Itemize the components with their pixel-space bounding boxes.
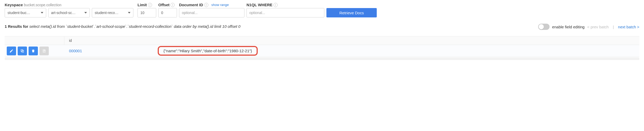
keyspace-sublabel: bucket.scope.collection (24, 3, 61, 7)
keyspace-label: Keyspace (5, 3, 23, 7)
results-table: id 000001 {"name":"Hilary Smith","date-o… (5, 36, 639, 57)
results-controls: enable field editing < prev batch | next… (538, 24, 639, 30)
n1ql-label: N1QL WHERE (246, 3, 272, 7)
retrieve-docs-button[interactable]: Retrieve Docs (326, 8, 377, 17)
limit-group: Limit i (138, 3, 156, 17)
offset-input[interactable] (158, 8, 177, 17)
caret-down-icon (41, 12, 43, 14)
actions-header (5, 36, 64, 45)
scope-select-value: art-school-sc… (51, 11, 83, 15)
results-summary: 1 Results for select meta().id from `stu… (5, 24, 241, 30)
doc-content-cell: {"name":"Hilary Smith","date-of-birth":"… (158, 45, 639, 57)
table-header: id (5, 36, 639, 45)
docid-group: Document ID i show range (179, 3, 244, 17)
scope-select[interactable]: art-school-sc… (48, 8, 90, 17)
save-icon (42, 49, 46, 53)
results-count: 1 Results for (5, 24, 29, 29)
results-bar: 1 Results for select meta().id from `stu… (5, 24, 639, 30)
doc-content-highlight: {"name":"Hilary Smith","date-of-birth":"… (158, 46, 258, 56)
caret-down-icon (128, 12, 131, 14)
info-icon[interactable]: i (204, 3, 208, 7)
copy-button[interactable] (18, 47, 27, 55)
limit-label: Limit (138, 3, 147, 7)
trash-icon (31, 49, 35, 53)
prev-batch-link: < prev batch (587, 25, 609, 29)
docid-input[interactable] (179, 8, 244, 17)
show-range-link[interactable]: show range (211, 3, 229, 7)
save-button (39, 47, 49, 55)
info-icon[interactable]: i (170, 3, 175, 7)
copy-icon (20, 49, 24, 53)
keyspace-group: Keyspace bucket.scope.collection student… (5, 3, 133, 17)
n1ql-input[interactable] (246, 8, 324, 17)
pencil-icon (9, 49, 13, 53)
edit-button[interactable] (7, 47, 16, 55)
offset-group: Offset i (158, 3, 177, 17)
horizontal-scrollbar[interactable] (5, 57, 639, 60)
next-batch-link[interactable]: next batch > (618, 25, 639, 29)
bucket-select[interactable]: student-buc… (5, 8, 46, 17)
doc-id-link[interactable]: 000001 (64, 49, 158, 53)
filters-row: Keyspace bucket.scope.collection student… (5, 3, 639, 17)
bucket-select-value: student-buc… (8, 11, 39, 15)
collection-select-value: student-reco… (95, 11, 126, 15)
enable-field-editing-toggle[interactable] (538, 24, 550, 30)
table-row: 000001 {"name":"Hilary Smith","date-of-b… (5, 45, 639, 57)
collection-select[interactable]: student-reco… (92, 8, 133, 17)
actions-cell (5, 45, 64, 57)
separator: | (613, 25, 614, 29)
info-icon[interactable]: i (148, 3, 152, 7)
limit-input[interactable] (138, 8, 156, 17)
info-icon[interactable]: i (273, 3, 278, 7)
enable-field-editing-label: enable field editing (552, 25, 585, 29)
caret-down-icon (84, 12, 87, 14)
delete-button[interactable] (29, 47, 38, 55)
docid-label: Document ID (179, 3, 203, 7)
id-header: id (64, 38, 72, 43)
results-query: select meta().id from `student-bucket`.`… (29, 24, 241, 29)
n1ql-group: N1QL WHERE i (246, 3, 324, 17)
offset-label: Offset (158, 3, 169, 7)
